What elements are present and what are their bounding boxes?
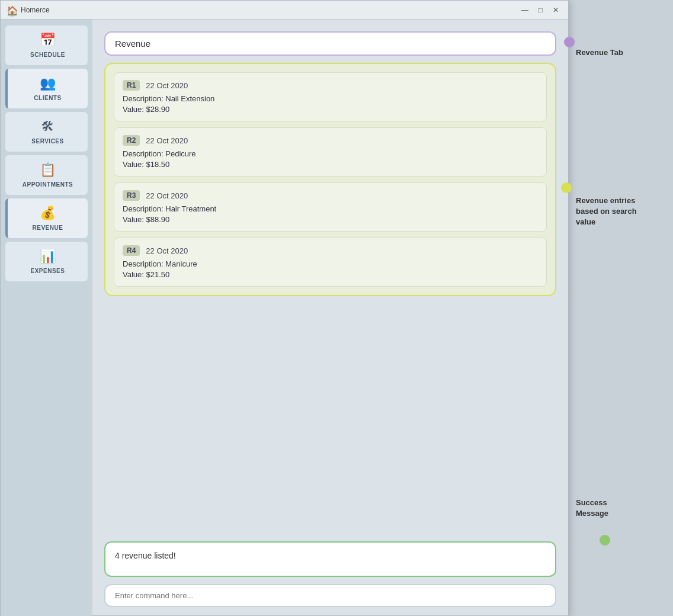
revenue-entries-container: R1 22 Oct 2020 Description: Nail Extensi… — [104, 63, 556, 296]
table-row: R4 22 Oct 2020 Description: Manicure Val… — [114, 238, 547, 287]
sidebar-label-clients: CLIENTS — [34, 95, 61, 101]
revenue-search-input[interactable] — [104, 31, 556, 56]
entry-value-r3: Value: $88.90 — [123, 215, 538, 224]
success-text: 4 revenue listed! — [115, 551, 176, 560]
expenses-icon: 📊 — [40, 249, 56, 264]
sidebar-item-clients[interactable]: 👥 CLIENTS — [5, 69, 88, 108]
entry-date-r4: 22 Oct 2020 — [146, 246, 188, 255]
entry-badge-r2: R2 — [123, 135, 140, 146]
sidebar-label-services: SERVICES — [31, 138, 63, 145]
table-row: R1 22 Oct 2020 Description: Nail Extensi… — [114, 72, 547, 121]
sidebar: 📅 SCHEDULE 👥 CLIENTS 🛠 SERVICES 📋 APPOIN… — [1, 20, 92, 616]
window-controls: — □ ✕ — [518, 4, 562, 17]
sidebar-item-appointments[interactable]: 📋 APPOINTMENTS — [5, 155, 88, 195]
success-callout: Success Message — [576, 498, 608, 519]
entry-desc-r3: Description: Hair Treatment — [123, 204, 538, 213]
appointments-icon: 📋 — [40, 162, 56, 178]
sidebar-item-services[interactable]: 🛠 SERVICES — [5, 112, 88, 152]
entry-badge-r1: R1 — [123, 80, 140, 91]
table-row: R2 22 Oct 2020 Description: Pedicure Val… — [114, 127, 547, 177]
entry-value-r2: Value: $18.50 — [123, 160, 538, 169]
revenue-icon: 💰 — [40, 206, 56, 221]
entry-date-r2: 22 Oct 2020 — [146, 136, 188, 145]
entry-badge-r4: R4 — [123, 245, 140, 256]
sidebar-item-expenses[interactable]: 📊 EXPENSES — [5, 242, 88, 281]
success-indicator — [600, 535, 610, 546]
schedule-icon: 📅 — [40, 33, 56, 48]
titlebar: 🏠 Homerce — □ ✕ — [1, 1, 568, 20]
entry-badge-r3: R3 — [123, 190, 140, 201]
entry-date-r1: 22 Oct 2020 — [146, 81, 188, 90]
maximize-button[interactable]: □ — [534, 4, 547, 17]
entries-callout: Revenue entries based on search value — [576, 195, 637, 228]
app-icon: 🏠 — [7, 5, 16, 15]
entry-desc-r2: Description: Pedicure — [123, 149, 538, 158]
entry-date-r3: 22 Oct 2020 — [146, 191, 188, 200]
sidebar-label-appointments: APPOINTMENTS — [23, 181, 73, 188]
revenue-tab-callout: Revenue Tab — [576, 47, 623, 58]
sidebar-label-revenue: REVENUE — [33, 224, 63, 231]
app-title: Homerce — [21, 6, 50, 14]
sidebar-item-schedule[interactable]: 📅 SCHEDULE — [5, 25, 88, 65]
sidebar-label-expenses: EXPENSES — [31, 268, 65, 274]
entry-desc-r4: Description: Manicure — [123, 259, 538, 268]
entry-value-r4: Value: $21.50 — [123, 270, 538, 279]
sidebar-item-revenue[interactable]: 💰 REVENUE — [5, 198, 88, 238]
sidebar-label-schedule: SCHEDULE — [30, 52, 65, 58]
minimize-button[interactable]: — — [518, 4, 531, 17]
command-input[interactable] — [104, 584, 556, 607]
table-row: R3 22 Oct 2020 Description: Hair Treatme… — [114, 182, 547, 232]
content-area: R1 22 Oct 2020 Description: Nail Extensi… — [92, 20, 568, 616]
close-button[interactable]: ✕ — [549, 4, 562, 17]
success-message: 4 revenue listed! — [104, 541, 556, 577]
entry-value-r1: Value: $28.90 — [123, 105, 538, 114]
services-icon: 🛠 — [41, 119, 55, 134]
entry-desc-r1: Description: Nail Extension — [123, 94, 538, 103]
clients-icon: 👥 — [40, 76, 56, 91]
